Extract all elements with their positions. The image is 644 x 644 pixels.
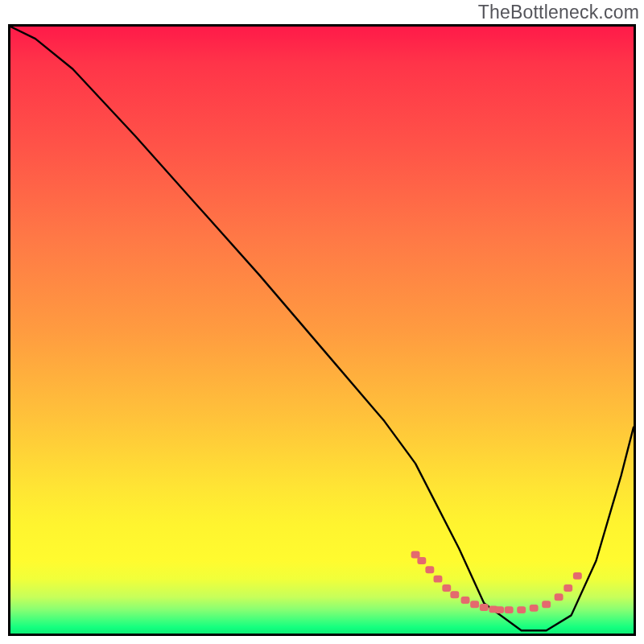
valley-dot [564, 584, 572, 592]
valley-dot [450, 591, 459, 598]
valley-dot [434, 576, 443, 583]
valley-dot [417, 557, 426, 564]
chart-container: TheBottleneck.com [0, 0, 644, 644]
valley-dot [505, 606, 514, 613]
valley-marker-dots [411, 551, 582, 614]
valley-dot [470, 601, 479, 608]
valley-dot [425, 566, 434, 573]
valley-dot [495, 606, 504, 613]
plot-area [8, 24, 636, 636]
valley-dot [530, 605, 539, 612]
valley-dot [573, 572, 582, 580]
valley-dot [461, 597, 470, 604]
valley-dot [442, 584, 451, 592]
chart-svg [10, 27, 634, 634]
main-curve [10, 27, 634, 630]
watermark-text: TheBottleneck.com [478, 2, 639, 23]
valley-dot [555, 593, 564, 601]
valley-dot [411, 551, 420, 559]
valley-dot [542, 601, 551, 608]
valley-dot [517, 606, 526, 613]
valley-dot [480, 604, 489, 611]
